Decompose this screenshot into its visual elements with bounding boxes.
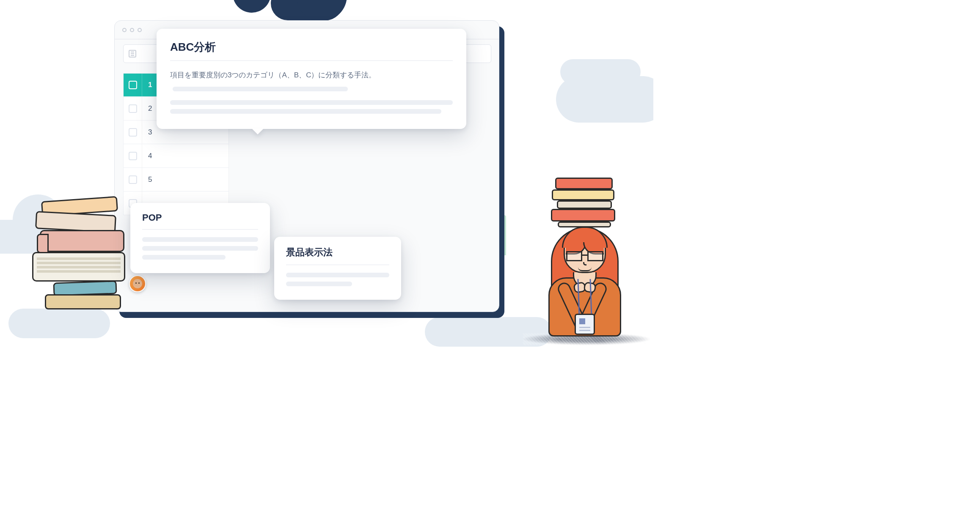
row-number: 1 bbox=[142, 81, 152, 89]
tooltip-card-pop: POP bbox=[130, 203, 270, 273]
avatar[interactable] bbox=[129, 275, 146, 292]
list-icon bbox=[129, 50, 136, 57]
checkbox[interactable] bbox=[129, 81, 137, 89]
person-illustration bbox=[527, 178, 637, 338]
window-dot-icon bbox=[138, 28, 142, 32]
checkbox[interactable] bbox=[129, 104, 137, 113]
cloud-deco-dark bbox=[233, 0, 271, 13]
cloud-deco bbox=[560, 59, 641, 85]
table-row[interactable]: 5 bbox=[123, 168, 229, 192]
books-stack-illustration bbox=[37, 199, 126, 321]
card-title: ABC分析 bbox=[170, 40, 453, 61]
row-number: 3 bbox=[142, 128, 152, 137]
window-dot-icon bbox=[130, 28, 134, 32]
card-body: 項目を重要度別の3つのカテゴリ（A、B、C）に分類する手法。 bbox=[170, 68, 453, 96]
window-dot-icon bbox=[122, 28, 127, 32]
row-number: 2 bbox=[142, 104, 152, 113]
row-number: 5 bbox=[142, 175, 152, 184]
tooltip-card-abc: ABC分析 項目を重要度別の3つのカテゴリ（A、B、C）に分類する手法。 bbox=[157, 29, 466, 129]
checkbox[interactable] bbox=[129, 175, 137, 184]
row-number: 4 bbox=[142, 152, 152, 160]
tooltip-card-law: 景品表示法 bbox=[274, 237, 401, 300]
checkbox[interactable] bbox=[129, 152, 137, 160]
table-row[interactable]: 4 bbox=[123, 144, 229, 168]
checkbox[interactable] bbox=[129, 128, 137, 137]
card-title: 景品表示法 bbox=[286, 246, 389, 265]
card-title: POP bbox=[142, 212, 258, 230]
